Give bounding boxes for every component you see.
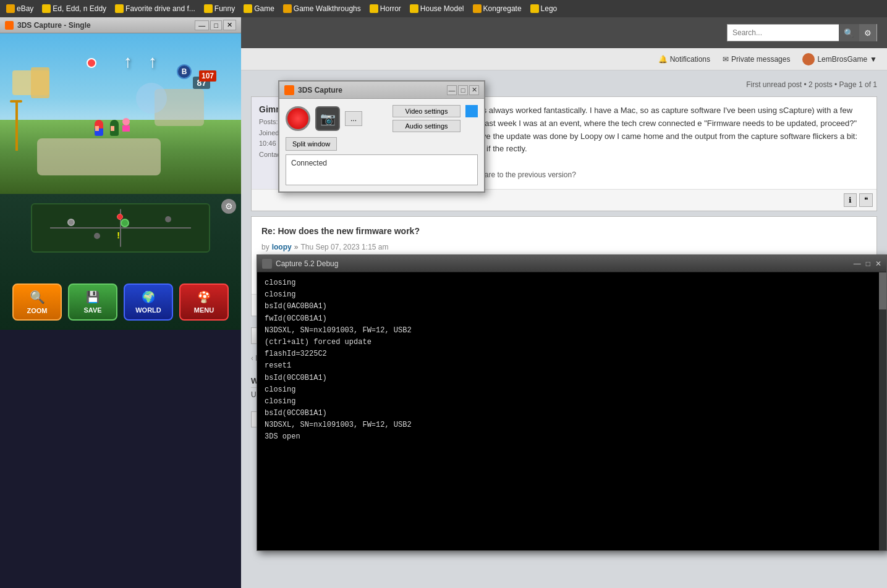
bookmark-funny[interactable]: Funny <box>200 3 239 14</box>
post-1-action-info[interactable]: ℹ <box>844 193 857 207</box>
capture-controls: 📷 ... Video settings Audio settings <box>286 105 478 132</box>
user-avatar <box>802 53 815 65</box>
world-button[interactable]: 🌍 WORLD <box>124 284 173 321</box>
debug-line: fwId(0CC0B1A1) <box>265 313 879 325</box>
bookmark-game-icon <box>244 4 252 13</box>
game-window-maximize[interactable]: □ <box>210 20 222 30</box>
more-options-button[interactable]: ... <box>345 111 362 126</box>
debug-line: bsId(0AC0B0A1) <box>265 301 879 313</box>
debug-line: (ctrl+alt) forced update <box>265 337 879 348</box>
post-2-title: Re: How does the new firmware work? <box>261 224 867 238</box>
bookmark-horror-icon <box>370 4 378 13</box>
bookmark-kongregate[interactable]: Kongregate <box>469 3 525 14</box>
capture-title-text: 3DS Capture <box>298 86 446 94</box>
debug-line: 3DS open <box>265 431 879 443</box>
audio-settings-button[interactable]: Audio settings <box>393 120 460 132</box>
bookmark-favorite[interactable]: Favorite drive and f... <box>111 3 199 14</box>
bookmark-house-icon <box>410 4 418 13</box>
game-window-title: 3DS Capture - Single <box>17 21 193 30</box>
debug-title-bar: Capture 5.2 Debug — □ ✕ <box>257 255 886 272</box>
search-box: 🔍 ⚙ <box>727 24 877 41</box>
bell-icon: 🔔 <box>658 55 668 64</box>
debug-scrollbar-thumb[interactable] <box>879 272 886 309</box>
debug-minimize-button[interactable]: — <box>854 259 861 268</box>
zoom-button[interactable]: 🔍 ZOOM <box>12 284 62 321</box>
forum-topbar: 🔍 ⚙ <box>241 17 887 48</box>
bookmark-ebay[interactable]: eBay <box>2 3 37 14</box>
post-2-author-row: by loopy » Thu Sep 07, 2023 1:15 am <box>261 242 867 253</box>
game-settings-button[interactable]: ⚙ <box>221 199 236 214</box>
user-dropdown-icon: ▼ <box>870 55 877 64</box>
bookmark-ed-icon <box>42 4 51 13</box>
bookmark-game[interactable]: Game <box>240 3 278 14</box>
bookmark-lego-icon <box>530 4 539 13</box>
bookmark-ed-edd[interactable]: Ed, Edd, n Eddy <box>38 3 110 14</box>
video-settings-button[interactable]: Video settings <box>393 105 460 117</box>
debug-line: reset1 <box>265 360 879 372</box>
game-panel: 3DS Capture - Single — □ ✕ <box>0 17 241 588</box>
capture-right-buttons: Video settings Audio settings <box>393 105 460 132</box>
save-button[interactable]: 💾 SAVE <box>68 284 117 321</box>
capture-status-text: Connected <box>291 159 327 167</box>
forum-user-bar: 🔔 Notifications ✉ Private messages LemBr… <box>241 48 887 70</box>
bookmark-walkthroughs[interactable]: Game Walkthroughs <box>279 3 365 14</box>
debug-app-icon <box>262 259 272 269</box>
search-settings-button[interactable]: ⚙ <box>859 24 876 41</box>
capture-close-button[interactable]: ✕ <box>469 85 479 95</box>
record-button[interactable] <box>286 106 310 131</box>
debug-line: N3DSXL, SN=nxl091003, FW=12, USB2 <box>265 325 879 337</box>
game-bottom-screen: ⚙ ! 🔍 ZOOM <box>0 194 241 330</box>
bookmark-horror[interactable]: Horror <box>366 3 405 14</box>
debug-title-text: Capture 5.2 Debug <box>276 259 849 268</box>
capture-app-icon <box>284 85 294 95</box>
game-window-icon <box>5 21 14 30</box>
capture-window: 3DS Capture — □ ✕ 📷 ... Video settings A… <box>278 80 485 193</box>
debug-line: closing <box>265 384 879 396</box>
debug-line: bsId(0CC0B1A1) <box>265 372 879 384</box>
debug-body: closingclosingbsId(0AC0B0A1)fwId(0CC0B1A… <box>257 272 886 550</box>
game-window-titlebar: 3DS Capture - Single — □ ✕ <box>0 17 241 33</box>
capture-maximize-button[interactable]: □ <box>458 85 468 95</box>
bookmark-walk-icon <box>283 4 292 13</box>
debug-line: closing <box>265 277 879 289</box>
debug-line: N3DSXL, SN=nxl091003, FW=12, USB2 <box>265 419 879 431</box>
debug-scrollbar[interactable] <box>879 272 886 550</box>
bookmark-house-model[interactable]: House Model <box>406 3 468 14</box>
user-profile-item[interactable]: LemBrosGame ▼ <box>802 53 877 65</box>
debug-line: closing <box>265 289 879 301</box>
search-input[interactable] <box>728 26 839 40</box>
notifications-item[interactable]: 🔔 Notifications <box>658 55 710 64</box>
split-window-button[interactable]: Split window <box>286 137 337 151</box>
game-top-screen: ↑ ↑ B 87 107 <box>0 33 241 194</box>
debug-line: flashId=3225C2 <box>265 348 879 360</box>
screenshot-button[interactable]: 📷 <box>315 106 340 131</box>
bookmark-fav-icon <box>115 4 124 13</box>
post-1-action-quote[interactable]: ❝ <box>859 193 873 207</box>
debug-maximize-button[interactable]: □ <box>866 259 870 268</box>
debug-line: bsId(0CC0B1A1) <box>265 408 879 419</box>
capture-blue-indicator <box>465 105 478 117</box>
envelope-icon: ✉ <box>723 55 729 64</box>
bookmarks-bar: eBay Ed, Edd, n Eddy Favorite drive and … <box>0 0 887 17</box>
bookmark-lego[interactable]: Lego <box>527 3 561 14</box>
search-submit-button[interactable]: 🔍 <box>839 24 859 41</box>
capture-body: 📷 ... Video settings Audio settings Spli… <box>279 99 484 191</box>
game-window-close[interactable]: ✕ <box>223 20 236 30</box>
bookmark-kong-icon <box>473 4 482 13</box>
game-window-minimize[interactable]: — <box>195 20 209 30</box>
capture-status-area: Connected <box>286 154 478 185</box>
bookmark-funny-icon <box>204 4 213 13</box>
debug-close-button[interactable]: ✕ <box>875 259 881 268</box>
menu-button[interactable]: 🍄 MENU <box>179 284 229 321</box>
capture-minimize-button[interactable]: — <box>447 85 457 95</box>
bookmark-ebay-icon <box>6 4 15 13</box>
private-messages-item[interactable]: ✉ Private messages <box>723 55 790 64</box>
debug-line: closing <box>265 396 879 408</box>
capture-title-bar: 3DS Capture — □ ✕ <box>279 82 484 99</box>
debug-window: Capture 5.2 Debug — □ ✕ closingclosingbs… <box>257 254 887 551</box>
